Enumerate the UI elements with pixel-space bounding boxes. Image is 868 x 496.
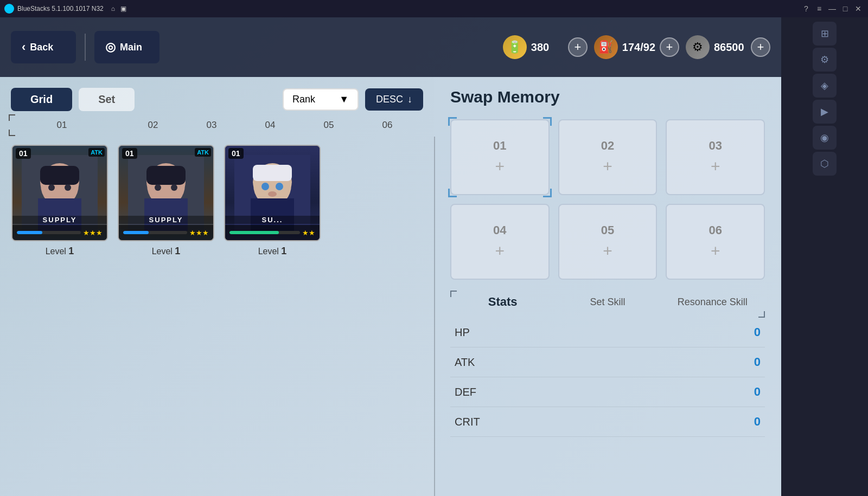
card-2-stars: ★★★ [189,229,209,237]
svg-rect-18 [253,165,292,181]
stats-tab[interactable]: Stats [450,295,555,309]
card-1-progress [17,231,81,234]
sidebar-tool-5[interactable]: ◉ [813,126,837,150]
sidebar-tool-2[interactable]: ⚙ [813,48,837,72]
sidebar-tool-1[interactable]: ⊞ [813,22,837,46]
currency-2-icon: ⛽ [594,35,618,59]
right-panel: Swap Memory 01 + 02 + [434,77,781,496]
card-3-number: 01 [228,148,244,159]
memory-slot-2[interactable]: 02 + [558,119,658,195]
bracket-tr [543,117,552,126]
stats-header-container: Stats Set Skill Resonance Skill [450,291,765,318]
col-header-05: 05 [304,120,354,131]
memory-slot-1-container: 01 + [450,119,550,195]
minimize-button[interactable]: — [827,3,838,14]
currency-2-add-button[interactable]: + [660,37,679,57]
close-button[interactable]: ✕ [853,3,864,14]
set-tab[interactable]: Set [79,88,135,111]
slot-6-plus: + [711,242,720,260]
bluestacks-logo-icon [4,4,14,14]
card-1-level-value: 1 [68,246,74,256]
memory-slot-6[interactable]: 06 + [666,204,765,280]
card-2-progress [123,231,187,234]
window-icon[interactable]: ▣ [120,5,126,12]
slot-1-plus: + [495,157,505,176]
stat-atk-value: 0 [728,355,761,369]
card-2-fill [123,231,149,234]
card-1-fill [17,231,42,234]
menu-button[interactable]: ≡ [814,3,825,14]
stat-hp-value: 0 [728,325,761,339]
currency-item-1: 🔋 380 + [503,35,588,59]
memory-slot-5[interactable]: 05 + [558,204,658,280]
card-2-image: 01 ATK SUPPLY ★★★ [118,145,214,241]
svg-rect-11 [146,166,186,185]
card-3-supply: SU... [225,216,320,224]
memory-slot-4[interactable]: 04 + [450,204,550,280]
card-1-number: 01 [16,148,31,159]
currency-1-add-button[interactable]: + [568,37,588,57]
card-3[interactable]: 01 SU... ★★ Level 1 [224,145,321,257]
grid-tab[interactable]: Grid [11,88,72,111]
card-2-level-value: 1 [175,246,180,256]
currency-item-2: ⛽ 174/92 + [594,35,679,59]
card-1[interactable]: 01 ATK SUPPLY ★★★ Level 1 [11,145,108,257]
title-bar-controls: ? ≡ — □ ✕ [801,3,864,14]
svg-rect-4 [40,166,79,185]
card-3-level-value: 1 [281,246,286,256]
stat-row-hp: HP 0 [450,318,765,347]
back-button[interactable]: ‹ Back [11,31,76,63]
memory-slot-3[interactable]: 03 + [666,119,765,195]
slot-4-plus: + [495,242,505,260]
main-button[interactable]: ◎ Main [94,31,159,63]
slot-5-number: 05 [601,223,614,237]
bracket-tl [448,117,457,126]
currency-3-add-button[interactable]: + [751,37,770,57]
rank-label: Rank [292,94,315,105]
slot-3-plus: + [711,157,720,176]
main-icon: ◎ [105,40,116,54]
card-2-level: Level 1 [152,246,181,257]
svg-point-12 [155,184,161,191]
memory-slot-1[interactable]: 01 + [450,119,550,195]
resonance-skill-tab[interactable]: Resonance Skill [660,297,765,308]
sidebar-tool-3[interactable]: ◈ [813,74,837,98]
currency-2-value: 174/92 [622,41,655,54]
back-icon: ‹ [22,40,25,54]
bluestacks-sidebar: ⊞ ⚙ ◈ ▶ ◉ ⬡ [781,17,868,496]
currency-3-value: 86500 [714,41,746,54]
title-bar-left: BlueStacks 5.1.100.1017 N32 ⌂ ▣ [4,4,126,14]
help-button[interactable]: ? [801,3,812,14]
card-1-stars: ★★★ [83,229,103,237]
maximize-button[interactable]: □ [840,3,851,14]
card-3-stars: ★★ [302,229,315,237]
card-1-type: ATK [88,148,105,157]
set-skill-tab[interactable]: Set Skill [555,297,660,308]
stat-def-value: 0 [728,385,761,399]
app-title: BlueStacks 5.1.100.1017 N32 [17,5,104,12]
sidebar-tool-6[interactable]: ⬡ [813,152,837,176]
card-2[interactable]: 01 ATK SUPPLY ★★★ Level 1 [117,145,215,257]
dropdown-icon: ▼ [339,94,349,105]
slot-4-number: 04 [493,223,506,237]
stat-def-label: DEF [455,386,728,398]
panel-divider [434,137,435,496]
svg-point-6 [65,184,71,191]
bracket-bl [448,189,457,197]
card-2-type: ATK [195,148,211,157]
card-1-stars-bar: ★★★ [12,225,107,240]
stat-row-crit: CRIT 0 [450,407,765,437]
desc-sort-button[interactable]: DESC ↓ [365,88,423,111]
card-3-image: 01 SU... ★★ [224,145,321,241]
currency-item-3: ⚙ 86500 + [686,35,770,59]
sidebar-tool-4[interactable]: ▶ [813,100,837,124]
rank-filter[interactable]: Rank ▼ [283,88,359,111]
home-icon[interactable]: ⌂ [111,5,115,12]
svg-point-19 [261,183,269,190]
tab-filter-row: Grid Set Rank ▼ DESC ↓ [11,88,423,111]
left-panel: Grid Set Rank ▼ DESC ↓ [0,77,434,496]
swap-memory-title: Swap Memory [450,88,765,106]
card-2-number: 01 [122,148,137,159]
stat-atk-label: ATK [455,356,728,369]
card-1-supply: SUPPLY [12,216,107,224]
